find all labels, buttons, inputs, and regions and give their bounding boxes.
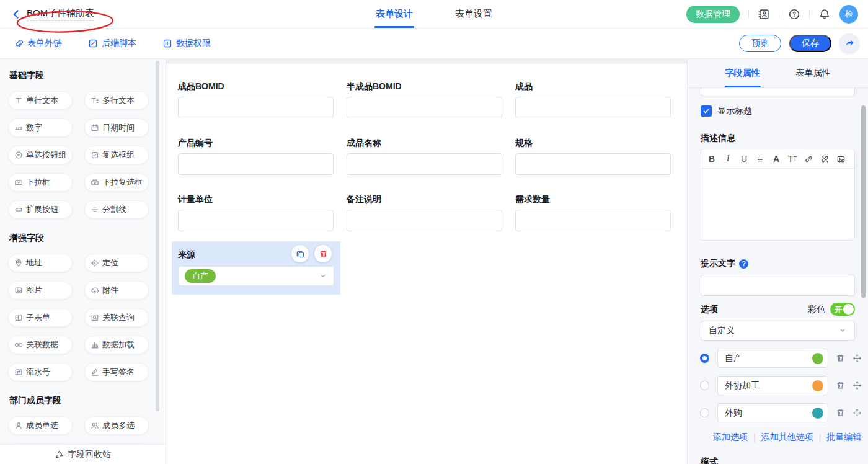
delete-option-icon[interactable] — [836, 381, 845, 390]
source-select[interactable]: 自产 — [178, 266, 334, 286]
avatar[interactable]: 检 — [839, 5, 858, 24]
option-color-swatch[interactable] — [812, 353, 823, 364]
color-toggle[interactable]: 开 — [830, 303, 855, 316]
text-input[interactable] — [515, 210, 671, 231]
text-input[interactable] — [515, 97, 671, 118]
option-radio-selected[interactable] — [700, 354, 709, 363]
form-title[interactable]: BOM子件辅助表 — [27, 7, 94, 21]
palette-item-location[interactable]: 定位 — [84, 254, 149, 272]
show-title-checkbox[interactable] — [701, 105, 712, 117]
remove-link-icon[interactable] — [817, 151, 833, 166]
help-icon[interactable] — [788, 8, 800, 20]
back-icon[interactable] — [10, 8, 22, 20]
field-unit[interactable]: 计量单位 — [178, 194, 334, 231]
tab-form-settings[interactable]: 表单设置 — [454, 0, 494, 28]
delete-field-button[interactable] — [314, 245, 332, 262]
palette-item-number[interactable]: 数字 — [8, 118, 73, 137]
palette-item-subform[interactable]: 子表单 — [8, 308, 73, 327]
field-remark[interactable]: 备注说明 — [347, 194, 502, 231]
italic-icon[interactable]: I — [720, 151, 736, 166]
bold-icon[interactable]: B — [704, 151, 720, 166]
text-input[interactable] — [178, 153, 334, 175]
palette-item-multi-dropdown[interactable]: 下拉复选框 — [84, 173, 149, 192]
field-title-input-clipped[interactable] — [701, 88, 855, 96]
text-input[interactable] — [347, 153, 502, 175]
sidebar-scrollbar[interactable] — [156, 61, 159, 411]
preview-button[interactable]: 预览 — [739, 35, 781, 52]
field-spec[interactable]: 规格 — [515, 138, 671, 175]
palette-item-dropdown[interactable]: 下拉框 — [8, 173, 73, 192]
option-text-input[interactable] — [725, 381, 812, 391]
palette-item-image[interactable]: 图片 — [8, 281, 73, 300]
field-product-code[interactable]: 产品编号 — [178, 138, 334, 175]
palette-item-serial-number[interactable]: 流水号 — [8, 363, 73, 381]
share-button[interactable] — [839, 33, 859, 53]
palette-item-radio-group[interactable]: 单选按钮组 — [8, 146, 73, 164]
palette-item-data-load[interactable]: 数据加载 — [84, 336, 149, 354]
option-text-input[interactable] — [725, 408, 812, 418]
add-other-option-link[interactable]: 添加其他选项 — [761, 432, 813, 443]
field-finished-product[interactable]: 成品 — [515, 81, 671, 118]
palette-item-multi-text[interactable]: 多行文本 — [84, 91, 149, 110]
move-option-icon[interactable] — [852, 354, 862, 363]
field-semi-finished-bomid[interactable]: 半成品BOMID — [347, 81, 502, 118]
field-finished-bomid[interactable]: 成品BOMID — [178, 81, 334, 118]
palette-item-checkbox-group[interactable]: 复选框组 — [84, 146, 149, 164]
palette-item-member-multi[interactable]: 成员多选 — [84, 416, 149, 435]
font-color-icon[interactable]: A — [768, 151, 784, 166]
hint-input[interactable] — [701, 275, 855, 296]
text-input[interactable] — [178, 97, 334, 118]
palette-item-signature[interactable]: 手写签名 — [84, 363, 149, 381]
data-permission-link[interactable]: 数据权限 — [162, 38, 211, 49]
panel-scrollbar[interactable] — [861, 105, 866, 298]
text-input[interactable] — [178, 210, 334, 231]
field-product-name[interactable]: 成品名称 — [347, 138, 502, 175]
description-editor[interactable]: B I U ≡ A TT — [701, 149, 855, 241]
underline-icon[interactable]: U — [736, 151, 752, 166]
form-card[interactable]: 成品BOMID 半成品BOMID 成品 产品编号 成品名称 规格 计量单位 备注… — [166, 64, 687, 464]
data-manage-button[interactable]: 数据管理 — [686, 6, 740, 23]
text-input[interactable] — [347, 97, 502, 118]
tab-form-properties[interactable]: 表单属性 — [796, 59, 831, 87]
description-editor-body[interactable] — [701, 169, 854, 241]
text-input[interactable] — [347, 210, 502, 231]
text-input[interactable] — [515, 153, 671, 175]
palette-item-related-query[interactable]: 关联查询 — [84, 308, 149, 327]
option-color-swatch[interactable] — [812, 380, 823, 391]
palette-item-divider[interactable]: 分割线 — [84, 200, 149, 219]
save-button[interactable]: 保存 — [789, 35, 831, 52]
palette-item-datetime[interactable]: 日期时间 — [84, 118, 149, 137]
align-icon[interactable]: ≡ — [752, 151, 768, 166]
backend-script-link[interactable]: 后端脚本 — [88, 38, 136, 49]
option-radio[interactable] — [700, 408, 709, 417]
bell-icon[interactable] — [818, 8, 831, 20]
form-external-link[interactable]: 表单外链 — [14, 38, 62, 49]
move-option-icon[interactable] — [852, 408, 862, 417]
selected-field-source[interactable]: 来源 自产 — [172, 241, 340, 295]
palette-item-member-single[interactable]: 成员单选 — [8, 416, 73, 435]
option-radio[interactable] — [700, 381, 709, 390]
copy-field-button[interactable] — [291, 245, 309, 262]
palette-item-address[interactable]: 地址 — [8, 254, 73, 272]
palette-item-extend-button[interactable]: 扩展按钮 — [8, 200, 73, 219]
palette-item-attachment[interactable]: 附件 — [84, 281, 149, 300]
add-option-link[interactable]: 添加选项 — [713, 432, 748, 443]
tab-field-properties[interactable]: 字段属性 — [725, 59, 760, 87]
palette-item-single-text[interactable]: 单行文本 — [8, 91, 73, 110]
field-recycle-bin[interactable]: 字段回收站 — [0, 444, 166, 464]
delete-option-icon[interactable] — [836, 354, 845, 363]
option-source-select[interactable]: 自定义 — [701, 321, 855, 341]
address-book-icon[interactable] — [758, 8, 770, 20]
insert-link-icon[interactable] — [800, 151, 817, 166]
option-color-swatch[interactable] — [812, 408, 823, 419]
insert-image-icon[interactable] — [833, 151, 849, 166]
font-size-icon[interactable]: TT — [784, 151, 800, 166]
tab-form-design[interactable]: 表单设计 — [374, 0, 414, 28]
field-required-qty[interactable]: 需求数量 — [515, 194, 671, 231]
palette-item-related-data[interactable]: 关联数据 — [8, 336, 73, 354]
delete-option-icon[interactable] — [836, 408, 845, 417]
hint-help-icon[interactable]: ? — [739, 259, 748, 269]
option-text-input[interactable] — [725, 354, 812, 364]
move-option-icon[interactable] — [852, 381, 862, 390]
batch-edit-link[interactable]: 批量编辑 — [826, 432, 861, 443]
